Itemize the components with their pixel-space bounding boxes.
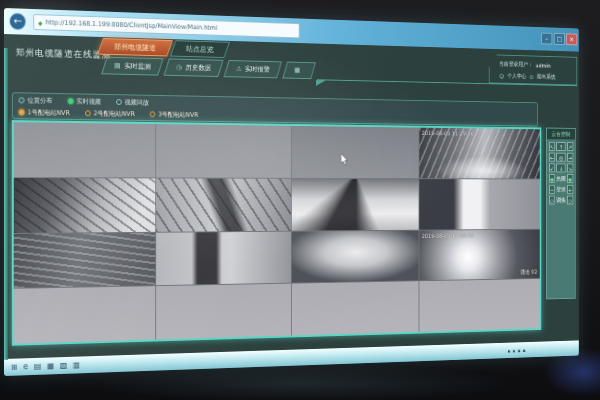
zoom-in-button[interactable]: + bbox=[567, 185, 573, 194]
person-icon: ☺ bbox=[499, 73, 504, 79]
username: admin bbox=[536, 62, 551, 69]
focus-far-button[interactable]: ◇ bbox=[567, 196, 573, 205]
camera-cell[interactable] bbox=[156, 284, 290, 340]
camera-osd-timestamp: 2019-08-05 11:29:36 bbox=[422, 130, 474, 137]
camera-cell[interactable] bbox=[156, 124, 290, 178]
focus-label: 调焦 bbox=[556, 196, 565, 205]
camera-cell[interactable] bbox=[291, 230, 418, 283]
alarm-icon: ⚠ bbox=[236, 65, 242, 73]
address-bar[interactable]: ◆ http://192.168.1.199:8080/ClientJsp/Ma… bbox=[33, 14, 299, 38]
maximize-button[interactable]: □ bbox=[554, 33, 565, 45]
minimize-button[interactable]: – bbox=[541, 33, 552, 45]
zoom-out-button[interactable]: − bbox=[549, 185, 555, 194]
camera-cell[interactable] bbox=[156, 178, 290, 231]
iris-label: 光圈 bbox=[556, 174, 565, 183]
profile-link[interactable]: 个人中心 bbox=[507, 72, 526, 81]
radio-nvr-3[interactable]: 3号配电站NVR bbox=[150, 110, 199, 119]
radio-icon bbox=[19, 109, 25, 115]
ptz-down-left-button[interactable]: ↙ bbox=[549, 163, 555, 172]
tray-icon: ▪ bbox=[523, 347, 526, 352]
user-panel: 当前登录用户： admin ☺ 个人中心 ⊙ 退出系统 bbox=[489, 54, 577, 85]
video-wall-frame: 2019-08-05 11:29:36 2019-08-05 11:29:39 … bbox=[12, 120, 541, 346]
camera-cell[interactable]: 2019-08-05 11:29:39 通道 02 bbox=[419, 229, 540, 280]
camera-osd-name: 通道 02 bbox=[520, 268, 537, 276]
radio-live-video[interactable]: 实时视频 bbox=[68, 97, 101, 106]
tray-icon: ▪ bbox=[513, 347, 516, 352]
radio-icon bbox=[116, 99, 122, 105]
zoom-label: 变倍 bbox=[556, 185, 565, 194]
login-user-label: 当前登录用户： bbox=[499, 60, 532, 69]
ptz-panel: 云台控制 ↖ ↑ ↗ ← ◎ → ↙ ↓ ↘ ◉ 光圈 ◉ − 变倍 + ◇ 调… bbox=[546, 128, 576, 300]
radio-icon bbox=[19, 97, 25, 103]
site-security-icon: ◆ bbox=[38, 19, 42, 26]
camera-cell[interactable] bbox=[14, 122, 156, 177]
camera-cell[interactable] bbox=[291, 281, 418, 335]
logout-link[interactable]: 退出系统 bbox=[537, 73, 556, 82]
browser-icon[interactable]: e bbox=[23, 362, 28, 372]
radio-location-map[interactable]: 位置分布 bbox=[19, 96, 53, 106]
taskbar-app-icon[interactable]: ▥ bbox=[73, 360, 80, 370]
menu-item-realtime-monitor[interactable]: ▤ 实时监测 bbox=[101, 57, 163, 76]
radio-icon bbox=[150, 111, 156, 117]
ptz-panel-title: 云台控制 bbox=[547, 128, 575, 139]
mouse-cursor bbox=[341, 152, 349, 170]
url-text: http://192.168.1.199:8080/ClientJsp/Main… bbox=[45, 18, 217, 31]
monitor-screen: ← ◆ http://192.168.1.199:8080/ClientJsp/… bbox=[4, 8, 579, 376]
browser-back-button[interactable]: ← bbox=[9, 12, 27, 31]
power-icon: ⊙ bbox=[530, 73, 534, 79]
radio-video-playback[interactable]: 视频回放 bbox=[116, 98, 149, 107]
taskbar-app-icon[interactable]: ▦ bbox=[47, 361, 54, 371]
camera-cell[interactable] bbox=[156, 231, 290, 285]
history-icon: ◷ bbox=[176, 63, 182, 71]
ptz-left-button[interactable]: ← bbox=[549, 153, 555, 162]
close-button[interactable]: ✕ bbox=[566, 33, 577, 45]
ptz-down-button[interactable]: ↓ bbox=[556, 163, 565, 172]
video-wall: 2019-08-05 11:29:36 2019-08-05 11:29:39 … bbox=[14, 122, 540, 344]
browser-titlebar: ← ◆ http://192.168.1.199:8080/ClientJsp/… bbox=[4, 8, 579, 52]
ptz-up-right-button[interactable]: ↗ bbox=[567, 142, 573, 151]
camera-cell[interactable] bbox=[419, 279, 540, 332]
taskbar-app-icon[interactable]: ▧ bbox=[60, 360, 67, 370]
main-menu: ▤ 实时监测 ◷ 历史数据 ⚠ 实时报警 ▦ bbox=[104, 57, 313, 80]
ptz-center-button[interactable]: ◎ bbox=[556, 153, 565, 162]
tab-site-overview[interactable]: 站点总览 bbox=[170, 40, 230, 58]
tab-bar: 郑州电缆隧道 站点总览 bbox=[100, 38, 227, 58]
ptz-up-left-button[interactable]: ↖ bbox=[549, 142, 555, 151]
radio-icon bbox=[68, 98, 74, 104]
tab-tunnel[interactable]: 郑州电缆隧道 bbox=[97, 38, 173, 56]
camera-osd-timestamp: 2019-08-05 11:29:39 bbox=[422, 232, 474, 239]
menu-item-report[interactable]: ▦ bbox=[282, 62, 316, 80]
camera-cell[interactable] bbox=[419, 179, 540, 229]
page-edge-glow bbox=[4, 48, 8, 360]
menu-item-history-data[interactable]: ◷ 历史数据 bbox=[163, 58, 223, 77]
monitor-icon: ▤ bbox=[114, 62, 120, 70]
ptz-up-button[interactable]: ↑ bbox=[556, 142, 565, 151]
camera-cell[interactable] bbox=[14, 178, 156, 233]
focus-near-button[interactable]: ◇ bbox=[549, 196, 555, 205]
camera-cell[interactable] bbox=[14, 286, 156, 343]
system-tray: ▪ ▪ ▪ ▪ bbox=[508, 345, 579, 353]
tray-icon: ▪ bbox=[508, 348, 511, 354]
camera-cell[interactable] bbox=[291, 179, 418, 231]
start-button-icon[interactable]: ⊞ bbox=[11, 362, 18, 372]
ptz-controls: ↖ ↑ ↗ ← ◎ → ↙ ↓ ↘ ◉ 光圈 ◉ − 变倍 + ◇ 调焦 ◇ bbox=[547, 139, 575, 207]
radio-icon bbox=[85, 110, 91, 116]
tray-icon: ▪ bbox=[518, 347, 521, 352]
photo-background: ← ◆ http://192.168.1.199:8080/ClientJsp/… bbox=[0, 0, 600, 400]
ptz-down-right-button[interactable]: ↘ bbox=[567, 163, 573, 172]
ptz-right-button[interactable]: → bbox=[567, 153, 573, 162]
camera-cell[interactable]: 2019-08-05 11:29:36 bbox=[419, 128, 540, 179]
iris-minus-button[interactable]: ◉ bbox=[549, 174, 555, 183]
report-icon: ▦ bbox=[294, 66, 300, 74]
iris-plus-button[interactable]: ◉ bbox=[567, 174, 573, 183]
radio-nvr-2[interactable]: 2号配电站NVR bbox=[85, 109, 135, 119]
menu-item-realtime-alarm[interactable]: ⚠ 实时报警 bbox=[223, 60, 282, 78]
camera-cell[interactable] bbox=[291, 126, 418, 178]
taskbar-icons: ⊞ e ▤ ▦ ▧ ▥ bbox=[4, 360, 80, 373]
windows-taskbar: ⊞ e ▤ ▦ ▧ ▥ ▪ ▪ ▪ ▪ bbox=[4, 340, 579, 376]
camera-cell[interactable] bbox=[14, 232, 156, 288]
window-controls: – □ ✕ bbox=[541, 33, 577, 46]
radio-nvr-1[interactable]: 1号配电站NVR bbox=[19, 108, 70, 118]
taskbar-app-icon[interactable]: ▤ bbox=[34, 361, 41, 371]
